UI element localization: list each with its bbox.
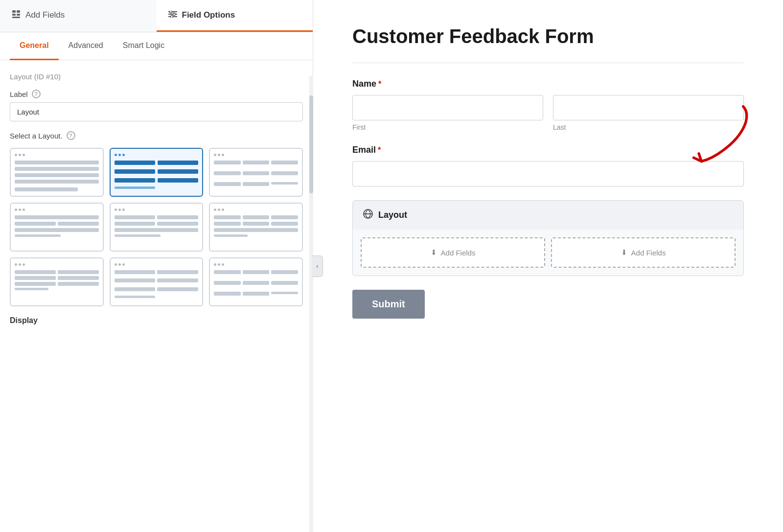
label-input[interactable] [10, 102, 303, 121]
scrollbar-thumb[interactable] [309, 95, 313, 193]
line [115, 215, 156, 219]
select-layout-help-icon[interactable]: ? [67, 131, 75, 140]
email-input[interactable] [352, 161, 744, 186]
form-title: Customer Feedback Form [352, 24, 744, 48]
line [271, 171, 298, 175]
line [15, 234, 61, 237]
line [115, 270, 156, 274]
scrollbar-track[interactable] [309, 76, 313, 532]
line [214, 270, 241, 274]
line [115, 234, 161, 237]
layout-card-9[interactable] [209, 257, 303, 306]
layout-card-6[interactable] [209, 203, 303, 252]
layout-grid [10, 148, 303, 306]
line [214, 215, 241, 219]
last-name-sublabel: Last [553, 123, 744, 131]
line [157, 270, 198, 274]
layout-card-3[interactable] [209, 148, 303, 197]
email-required-star: * [378, 146, 381, 155]
line [243, 292, 270, 296]
line [115, 228, 199, 232]
dot [222, 208, 224, 211]
form-divider [352, 63, 744, 63]
line [271, 222, 298, 226]
dot [214, 263, 216, 266]
chevron-left-icon: ‹ [316, 262, 318, 270]
dot [19, 208, 21, 211]
dot [218, 154, 220, 156]
sub-tab-advanced[interactable]: Advanced [59, 32, 113, 60]
line [15, 167, 99, 171]
field-options-icon [168, 11, 177, 20]
top-tab-bar: Add Fields Field Options [0, 0, 313, 32]
line [115, 296, 156, 298]
layout-card-4[interactable] [10, 203, 104, 252]
layout-add-fields-btn-2[interactable]: ⬇ Add Fields [551, 237, 736, 268]
last-name-wrap: Last [553, 95, 744, 131]
line [214, 182, 241, 186]
line [157, 215, 198, 219]
layout-card-8[interactable] [110, 257, 204, 306]
first-name-input[interactable] [352, 95, 543, 120]
line [214, 161, 241, 164]
line [15, 222, 56, 226]
line [158, 169, 198, 174]
svg-rect-1 [17, 10, 20, 13]
line [115, 161, 155, 165]
line [58, 282, 99, 286]
svg-point-10 [170, 16, 173, 18]
line [15, 187, 78, 191]
line [15, 228, 99, 232]
line [214, 234, 248, 237]
line [157, 222, 198, 226]
panel-content: Layout (ID #10) Label ? Select a Layout.… [0, 60, 313, 532]
layout-card-5[interactable] [110, 203, 204, 252]
download-icon-2: ⬇ [621, 248, 627, 257]
line [271, 215, 298, 219]
line [157, 287, 198, 291]
dot [23, 263, 25, 266]
line [243, 281, 270, 285]
line [158, 178, 198, 183]
help-icon[interactable]: ? [32, 90, 41, 98]
last-name-input[interactable] [553, 95, 744, 120]
email-label: Email * [352, 145, 744, 155]
tab-field-options[interactable]: Field Options [157, 0, 313, 32]
sub-tab-smart-logic[interactable]: Smart Logic [113, 32, 174, 60]
dot [118, 208, 121, 211]
collapse-panel-button[interactable]: ‹ [312, 255, 323, 277]
submit-button[interactable]: Submit [352, 290, 425, 319]
dot [15, 154, 17, 156]
sub-tab-general[interactable]: General [10, 32, 59, 60]
line [214, 228, 298, 232]
name-required-star: * [378, 80, 381, 89]
layout-card-2[interactable] [110, 148, 204, 197]
line [158, 161, 198, 165]
dot [214, 208, 216, 211]
line [58, 222, 99, 226]
svg-rect-4 [12, 17, 20, 18]
line [115, 222, 156, 226]
tab-add-fields[interactable]: Add Fields [0, 0, 157, 32]
line [15, 276, 56, 280]
svg-rect-3 [17, 14, 20, 16]
line [271, 161, 298, 164]
line [58, 270, 99, 274]
line [271, 281, 298, 285]
sub-tab-bar: General Advanced Smart Logic [0, 32, 313, 60]
line [214, 171, 241, 175]
line [271, 182, 298, 185]
line [15, 173, 99, 177]
line [243, 215, 270, 219]
dot [23, 208, 25, 211]
dot [23, 154, 25, 156]
tab-add-fields-label: Add Fields [25, 10, 65, 20]
line [115, 186, 155, 189]
line [214, 222, 241, 226]
layout-columns: ⬇ Add Fields ⬇ Add Fields [353, 230, 743, 276]
layout-card-1[interactable] [10, 148, 104, 197]
line [214, 281, 241, 285]
dot [15, 263, 17, 266]
layout-card-7[interactable] [10, 257, 104, 306]
layout-add-fields-btn-1[interactable]: ⬇ Add Fields [361, 237, 545, 268]
